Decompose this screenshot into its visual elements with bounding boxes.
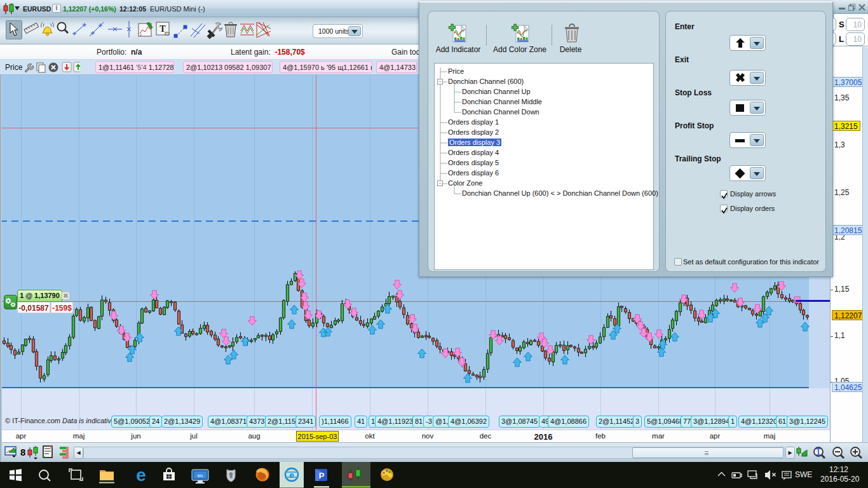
svg-text:P: P — [319, 471, 325, 480]
svg-text:8: 8 — [20, 447, 25, 458]
svg-text:BN: BN — [198, 474, 203, 478]
svg-text:e: e — [136, 465, 146, 485]
svg-text:e: e — [289, 470, 294, 480]
